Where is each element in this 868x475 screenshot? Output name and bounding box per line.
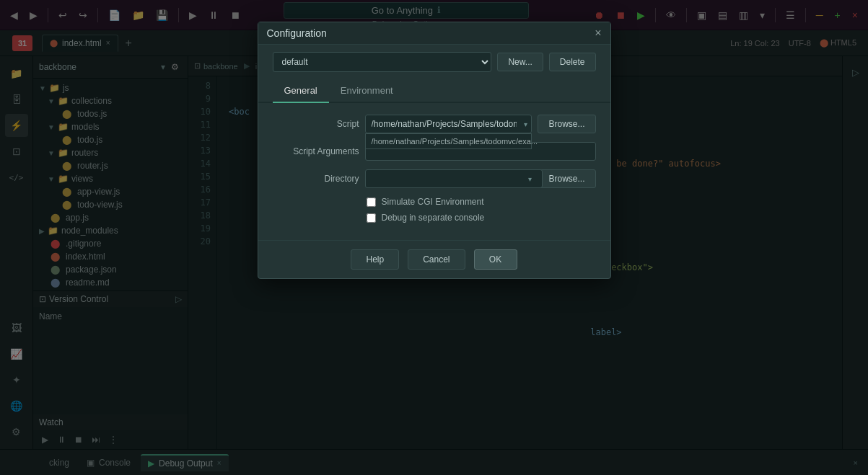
modal-tab-environment[interactable]: Environment: [329, 79, 405, 103]
script-label: Script: [273, 119, 359, 129]
modal-tabs: General Environment: [258, 79, 610, 103]
directory-browse-btn[interactable]: Browse...: [538, 169, 595, 188]
directory-input-container: ▾: [365, 169, 532, 188]
form-check-debug-console: Debug in separate console: [273, 213, 596, 223]
modal-title: Configuration: [267, 27, 595, 39]
modal-config-row: default New... Delete: [258, 45, 610, 79]
directory-dropdown-arrow: ▾: [528, 175, 532, 183]
script-dropdown[interactable]: /home/nathan/Projects/Samples/todomvc/ex…: [365, 133, 532, 149]
args-label: Script Arguments: [273, 146, 359, 156]
ok-btn[interactable]: OK: [474, 249, 517, 270]
debug-console-checkbox[interactable]: [367, 213, 376, 223]
directory-input[interactable]: [365, 169, 543, 188]
config-delete-btn[interactable]: Delete: [549, 53, 596, 71]
modal-dialog: Configuration × default New... Delete Ge…: [258, 22, 611, 279]
config-dropdown[interactable]: default: [273, 52, 492, 72]
script-input-container: ▾ /home/nathan/Projects/Samples/todomvc/…: [365, 115, 532, 133]
simulate-cgi-label: Simulate CGI Environment: [382, 197, 484, 207]
cancel-btn[interactable]: Cancel: [408, 249, 465, 270]
modal-tab-general[interactable]: General: [273, 79, 329, 103]
config-new-btn[interactable]: New...: [497, 53, 543, 71]
form-row-directory: Directory ▾ Browse...: [273, 169, 596, 188]
modal-overlay: Configuration × default New... Delete Ge…: [0, 0, 868, 475]
modal-body: Script ▾ /home/nathan/Projects/Samples/t…: [258, 103, 610, 240]
form-row-script: Script ▾ /home/nathan/Projects/Samples/t…: [273, 115, 596, 133]
help-btn[interactable]: Help: [351, 249, 399, 270]
debug-console-label: Debug in separate console: [382, 213, 485, 223]
form-check-simulate-cgi: Simulate CGI Environment: [273, 197, 596, 207]
script-browse-btn[interactable]: Browse...: [538, 115, 595, 133]
script-dropdown-arrow: ▾: [524, 120, 527, 128]
modal-close-btn[interactable]: ×: [595, 27, 601, 40]
modal-footer: Help Cancel OK: [258, 240, 610, 278]
script-input[interactable]: [365, 115, 532, 133]
directory-label: Directory: [273, 174, 359, 184]
simulate-cgi-checkbox[interactable]: [367, 197, 376, 207]
